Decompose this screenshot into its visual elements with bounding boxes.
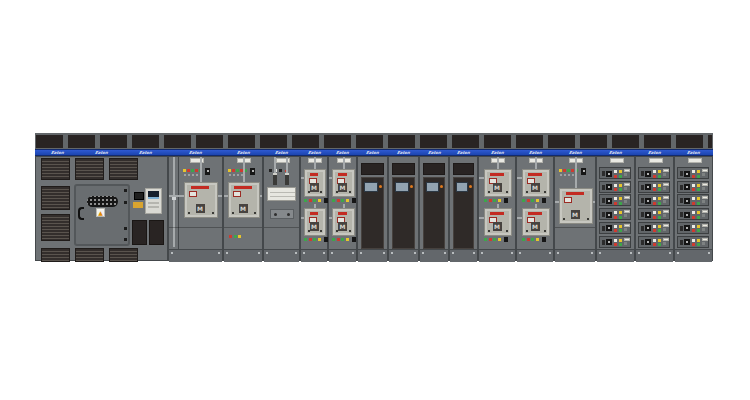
pilot-light [309,238,312,241]
mcc-bucket[interactable] [638,208,670,220]
acb-section-1: M [168,156,223,261]
pilot-light [692,175,695,178]
control-switch[interactable] [542,198,546,203]
control-switch[interactable] [250,168,255,175]
brand-logo: Eaton [236,150,250,155]
mcc-bucket[interactable] [677,194,709,206]
breaker-handle[interactable] [684,212,690,218]
door-handle[interactable] [78,207,84,220]
unit-label [702,196,708,199]
pilot-light [692,225,695,228]
breaker-handle[interactable] [684,225,690,231]
roof-vent-band [36,135,712,148]
mcc-bucket[interactable] [638,222,670,234]
vfd-door[interactable] [423,177,445,249]
pilot-light [658,239,661,242]
breaker-handle[interactable] [606,184,612,190]
breaker-handle[interactable] [645,184,651,190]
breaker-handle[interactable] [645,212,651,218]
kick-plinth [329,249,356,262]
mcc-bucket[interactable] [599,236,631,248]
mcc-bucket[interactable] [599,181,631,193]
hmi-screen[interactable] [364,182,378,192]
acb-stack-3: MM [478,156,516,261]
breaker-rating-label [338,212,347,215]
circuit-breaker-unit[interactable]: M [484,169,512,197]
breaker-handle[interactable] [645,239,651,245]
roof-band [35,133,713,149]
mcc-bucket[interactable] [599,167,631,179]
aux-unit[interactable] [270,209,294,219]
mcc-section-2 [635,156,674,261]
mcc-bucket[interactable] [599,194,631,206]
pilot-light [318,199,321,202]
breaker-handle[interactable] [606,239,612,245]
circuit-breaker-unit[interactable]: M [522,208,550,236]
hmi-screen[interactable] [456,182,468,192]
mcc-bucket[interactable] [677,208,709,220]
breaker-screw [488,230,490,232]
control-switch[interactable] [504,237,508,242]
mcc-bucket[interactable] [677,181,709,193]
breaker-handle[interactable] [684,198,690,204]
bus-wire [218,195,222,197]
circuit-breaker-unit[interactable]: M [304,169,326,197]
mcc-bucket[interactable] [599,222,631,234]
breaker-handle[interactable] [645,225,651,231]
mcc-bucket[interactable] [638,167,670,179]
breaker-handle[interactable] [684,184,690,190]
hmi-screen[interactable] [426,182,439,192]
circuit-breaker-unit[interactable]: M [484,208,512,236]
knob[interactable] [287,213,290,216]
pilot-light [619,197,622,200]
power-meter[interactable] [145,188,162,214]
circuit-breaker-unit[interactable]: M [304,208,326,236]
control-switch[interactable] [352,198,356,203]
knob[interactable] [274,213,277,216]
breaker-handle[interactable] [645,171,651,177]
control-switch[interactable] [542,237,546,242]
circuit-breaker-unit[interactable]: M [228,182,260,218]
control-switch[interactable] [352,237,356,242]
hmi-screen[interactable] [395,182,409,192]
pilot-light [313,199,316,202]
breaker-handle[interactable] [606,171,612,177]
breaker-handle[interactable] [606,198,612,204]
circuit-breaker-unit[interactable]: M [522,169,550,197]
control-switch[interactable] [504,198,508,203]
breaker-handle[interactable] [645,198,651,204]
vfd-door[interactable] [361,177,384,249]
aux-dot [568,174,570,176]
breaker-handle[interactable] [606,225,612,231]
breaker-handle[interactable] [684,171,690,177]
unit-latch [641,226,644,231]
mcc-bucket[interactable] [638,236,670,248]
pilot-light [692,202,695,205]
circuit-breaker-unit[interactable]: M [184,182,218,218]
control-switch[interactable] [205,168,210,175]
circuit-breaker-unit[interactable]: M [332,169,355,197]
drawout-tray[interactable] [267,187,296,201]
vfd-door[interactable] [453,177,474,249]
mcc-bucket[interactable] [677,222,709,234]
mcc-bucket[interactable] [638,181,670,193]
breaker-handle[interactable] [606,212,612,218]
cabinet-door[interactable]: ▲ [74,184,130,246]
mcc-bucket[interactable] [599,208,631,220]
control-switch[interactable] [581,168,586,175]
kick-plinth [389,249,418,262]
mcc-bucket[interactable] [677,167,709,179]
mcc-bucket[interactable] [638,194,670,206]
pilot-light [697,188,700,191]
circuit-breaker-unit[interactable]: M [559,188,593,224]
pilot-light [653,229,656,232]
breaker-screw [336,191,338,193]
door-seam [224,227,262,228]
breaker-face: M [335,172,352,194]
breaker-handle[interactable] [684,239,690,245]
vfd-door[interactable] [392,177,415,249]
mcc-bucket[interactable] [677,236,709,248]
pilot-light [614,170,617,173]
circuit-breaker-unit[interactable]: M [332,208,355,236]
plinth-screw [473,252,475,254]
